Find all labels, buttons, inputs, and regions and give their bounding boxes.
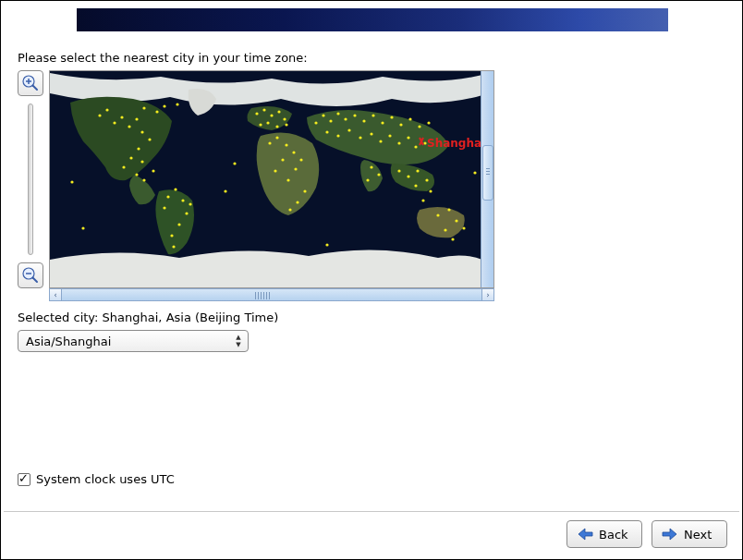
zoom-slider[interactable] [28, 103, 33, 255]
svg-point-71 [370, 132, 372, 135]
svg-point-91 [444, 228, 446, 231]
timezone-select[interactable]: Asia/Shanghai ▲ ▼ [18, 330, 249, 352]
svg-point-99 [224, 189, 226, 192]
svg-point-82 [407, 175, 409, 177]
svg-point-34 [270, 114, 273, 116]
svg-point-35 [277, 110, 280, 113]
arrow-right-icon [662, 528, 678, 541]
svg-point-79 [377, 173, 380, 176]
svg-point-96 [81, 226, 84, 229]
svg-point-32 [255, 112, 258, 115]
svg-point-28 [170, 234, 173, 237]
svg-point-86 [429, 189, 432, 192]
svg-point-70 [359, 136, 361, 139]
world-map[interactable]: Shanghai [49, 70, 494, 288]
svg-point-25 [181, 199, 184, 201]
svg-point-83 [416, 169, 419, 172]
svg-line-1 [33, 86, 38, 91]
svg-point-101 [155, 110, 158, 113]
svg-point-37 [266, 121, 269, 124]
timezone-select-value: Asia/Shanghai [26, 335, 111, 348]
svg-point-94 [233, 162, 236, 164]
svg-point-90 [455, 219, 457, 222]
svg-point-14 [140, 130, 143, 133]
svg-point-12 [128, 125, 130, 128]
svg-point-56 [336, 112, 339, 115]
svg-point-43 [285, 143, 287, 146]
svg-point-46 [274, 169, 276, 172]
svg-point-98 [325, 243, 328, 246]
svg-point-62 [390, 116, 393, 118]
map-vertical-scroll-thumb[interactable] [482, 145, 493, 201]
svg-point-92 [462, 226, 465, 229]
svg-point-23 [166, 195, 169, 198]
svg-point-42 [275, 136, 278, 139]
svg-point-18 [122, 165, 125, 168]
svg-point-17 [129, 156, 132, 159]
svg-point-15 [148, 138, 151, 140]
svg-point-29 [172, 245, 175, 248]
selected-city-label: Selected city: Shanghai, Asia (Beijing T… [18, 310, 725, 324]
svg-point-95 [70, 180, 73, 183]
svg-point-100 [142, 106, 145, 109]
map-scroll-right-button[interactable]: › [481, 288, 494, 301]
zoom-in-icon [21, 74, 40, 92]
select-spinner-icon: ▲ ▼ [231, 333, 246, 349]
svg-point-65 [418, 125, 420, 128]
svg-point-21 [142, 178, 145, 181]
svg-point-48 [294, 167, 297, 170]
svg-point-64 [408, 117, 411, 120]
svg-point-53 [314, 121, 317, 124]
svg-point-69 [347, 128, 350, 131]
svg-point-85 [414, 184, 417, 187]
svg-point-50 [303, 189, 306, 192]
svg-point-51 [296, 201, 298, 203]
svg-point-19 [140, 160, 143, 163]
svg-line-5 [33, 278, 38, 283]
svg-point-36 [283, 117, 286, 120]
next-button[interactable]: Next [652, 520, 727, 548]
utc-checkbox[interactable] [18, 473, 30, 486]
svg-point-76 [414, 145, 417, 148]
svg-point-74 [397, 141, 400, 144]
back-button-label: Back [599, 528, 628, 542]
arrow-left-icon [577, 528, 593, 541]
svg-point-81 [397, 169, 400, 172]
next-button-label: Next [684, 528, 712, 542]
map-vertical-scrollbar[interactable] [481, 71, 493, 287]
svg-point-38 [259, 123, 262, 126]
svg-point-57 [344, 117, 347, 120]
svg-point-61 [381, 121, 384, 124]
map-horizontal-scrollbar[interactable] [62, 288, 481, 301]
timezone-prompt: Please select the nearest city in your t… [18, 51, 725, 65]
svg-point-59 [362, 119, 365, 122]
svg-point-49 [299, 158, 302, 161]
map-scroll-left-button[interactable]: ‹ [49, 288, 62, 301]
svg-point-54 [322, 114, 324, 116]
footer-separator [4, 511, 739, 512]
svg-point-22 [135, 173, 138, 176]
svg-point-9 [105, 108, 108, 111]
zoom-out-button[interactable] [18, 262, 43, 288]
svg-point-26 [185, 212, 188, 214]
svg-text:Shanghai: Shanghai [427, 137, 482, 150]
svg-point-8 [98, 114, 101, 116]
svg-point-31 [163, 206, 165, 209]
svg-point-93 [451, 237, 454, 240]
svg-point-72 [379, 140, 382, 142]
svg-point-88 [436, 213, 439, 216]
svg-point-87 [421, 199, 424, 201]
zoom-in-button[interactable] [18, 70, 43, 96]
svg-point-89 [447, 208, 450, 211]
svg-point-20 [152, 169, 154, 172]
svg-point-80 [366, 178, 369, 181]
svg-point-102 [163, 104, 165, 107]
header-banner [77, 8, 668, 31]
svg-point-10 [113, 121, 116, 124]
svg-point-47 [286, 178, 289, 181]
svg-point-60 [372, 114, 374, 116]
svg-point-75 [407, 136, 409, 139]
svg-point-73 [388, 134, 391, 137]
back-button[interactable]: Back [566, 520, 642, 548]
svg-point-63 [399, 123, 402, 126]
